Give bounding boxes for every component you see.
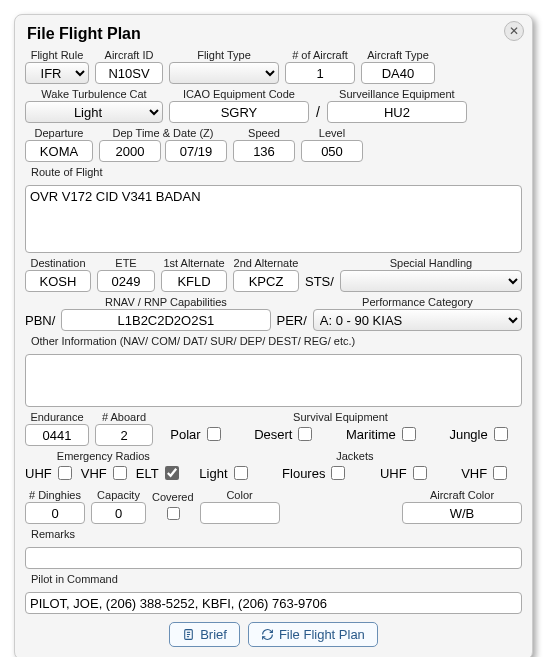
- file-plan-button-label: File Flight Plan: [279, 627, 365, 642]
- brief-button[interactable]: Brief: [169, 622, 240, 647]
- dinghy-color-label: Color: [226, 489, 252, 501]
- radio-elt-label: ELT: [136, 466, 159, 481]
- per-prefix: PER/: [277, 313, 307, 331]
- ete-input[interactable]: [97, 270, 155, 292]
- aboard-label: # Aboard: [102, 411, 146, 423]
- remarks-label: Remarks: [31, 528, 75, 540]
- document-icon: [182, 628, 195, 641]
- emerg-radios-label: Emergency Radios: [57, 450, 150, 462]
- departure-label: Departure: [35, 127, 84, 139]
- pic-label: Pilot in Command: [31, 573, 118, 585]
- level-label: Level: [319, 127, 345, 139]
- icao-equip-label: ICAO Equipment Code: [183, 88, 295, 100]
- num-aircraft-label: # of Aircraft: [292, 49, 348, 61]
- refresh-icon: [261, 628, 274, 641]
- route-input[interactable]: [25, 185, 522, 253]
- radio-uhf-label: UHF: [25, 466, 52, 481]
- maritime-label: Maritime: [346, 427, 396, 442]
- jacket-floures-checkbox[interactable]: [331, 466, 345, 480]
- ac-color-label: Aircraft Color: [430, 489, 494, 501]
- perf-cat-select[interactable]: A: 0 - 90 KIAS: [313, 309, 522, 331]
- radio-uhf-checkbox[interactable]: [58, 466, 72, 480]
- aircraft-type-label: Aircraft Type: [367, 49, 429, 61]
- num-aircraft-input[interactable]: [285, 62, 355, 84]
- dinghies-label: # Dinghies: [29, 489, 81, 501]
- jacket-light-checkbox[interactable]: [234, 466, 248, 480]
- alt2-label: 2nd Alternate: [234, 257, 299, 269]
- dep-date-input[interactable]: [165, 140, 227, 162]
- level-input[interactable]: [301, 140, 363, 162]
- surv-equip-label: Surveillance Equipment: [339, 88, 455, 100]
- flight-rule-label: Flight Rule: [31, 49, 84, 61]
- jungle-label: Jungle: [449, 427, 487, 442]
- speed-input[interactable]: [233, 140, 295, 162]
- alt2-input[interactable]: [233, 270, 299, 292]
- dialog-title: File Flight Plan: [27, 25, 522, 43]
- alt1-input[interactable]: [161, 270, 227, 292]
- brief-button-label: Brief: [200, 627, 227, 642]
- dinghies-input[interactable]: [25, 502, 85, 524]
- remarks-input[interactable]: [25, 547, 522, 569]
- file-flight-plan-dialog: ✕ File Flight Plan Flight Rule IFR Aircr…: [14, 14, 533, 657]
- destination-input[interactable]: [25, 270, 91, 292]
- other-info-label: Other Information (NAV/ COM/ DAT/ SUR/ D…: [31, 335, 355, 347]
- aboard-input[interactable]: [95, 424, 153, 446]
- dep-time-input[interactable]: [99, 140, 161, 162]
- jacket-floures-label: Floures: [282, 466, 325, 481]
- destination-label: Destination: [30, 257, 85, 269]
- icao-equip-input[interactable]: [169, 101, 309, 123]
- jacket-vhf-checkbox[interactable]: [493, 466, 507, 480]
- pic-input[interactable]: [25, 592, 522, 614]
- radio-elt-checkbox[interactable]: [165, 466, 179, 480]
- desert-checkbox[interactable]: [298, 427, 312, 441]
- route-label: Route of Flight: [31, 166, 103, 178]
- aircraft-id-input[interactable]: [95, 62, 163, 84]
- capacity-input[interactable]: [91, 502, 146, 524]
- special-select[interactable]: [340, 270, 522, 292]
- dep-time-label: Dep Time & Date (Z): [113, 127, 214, 139]
- ete-label: ETE: [115, 257, 136, 269]
- perf-cat-label: Performance Category: [362, 296, 473, 308]
- desert-label: Desert: [254, 427, 292, 442]
- covered-checkbox[interactable]: [167, 507, 180, 520]
- aircraft-type-input[interactable]: [361, 62, 435, 84]
- aircraft-id-label: Aircraft ID: [105, 49, 154, 61]
- alt1-label: 1st Alternate: [163, 257, 224, 269]
- endurance-label: Endurance: [30, 411, 83, 423]
- close-icon: ✕: [509, 25, 519, 37]
- surv-equip-input[interactable]: [327, 101, 467, 123]
- capacity-label: Capacity: [97, 489, 140, 501]
- rnav-label: RNAV / RNP Capabilities: [105, 296, 227, 308]
- rnav-input[interactable]: [61, 309, 270, 331]
- flight-type-select[interactable]: [169, 62, 279, 84]
- survival-label: Survival Equipment: [293, 411, 388, 423]
- radio-vhf-checkbox[interactable]: [113, 466, 127, 480]
- polar-checkbox[interactable]: [207, 427, 221, 441]
- jacket-vhf-label: VHF: [461, 466, 487, 481]
- polar-label: Polar: [170, 427, 200, 442]
- speed-label: Speed: [248, 127, 280, 139]
- jacket-uhf-checkbox[interactable]: [413, 466, 427, 480]
- jackets-label: Jackets: [336, 450, 373, 462]
- other-info-input[interactable]: [25, 354, 522, 407]
- special-label: Special Handling: [390, 257, 473, 269]
- flight-rule-select[interactable]: IFR: [25, 62, 89, 84]
- dinghy-color-input[interactable]: [200, 502, 280, 524]
- jacket-uhf-label: UHF: [380, 466, 407, 481]
- departure-input[interactable]: [25, 140, 93, 162]
- endurance-input[interactable]: [25, 424, 89, 446]
- wake-cat-select[interactable]: Light: [25, 101, 163, 123]
- wake-cat-label: Wake Turbulence Cat: [41, 88, 146, 100]
- jungle-checkbox[interactable]: [494, 427, 508, 441]
- maritime-checkbox[interactable]: [402, 427, 416, 441]
- jacket-light-label: Light: [199, 466, 227, 481]
- covered-label: Covered: [152, 491, 194, 503]
- flight-type-label: Flight Type: [197, 49, 251, 61]
- file-plan-button[interactable]: File Flight Plan: [248, 622, 378, 647]
- pbn-prefix: PBN/: [25, 313, 55, 331]
- radio-vhf-label: VHF: [81, 466, 107, 481]
- ac-color-input[interactable]: [402, 502, 522, 524]
- sts-prefix: STS/: [305, 274, 334, 292]
- slash-separator: /: [315, 104, 321, 123]
- close-button[interactable]: ✕: [504, 21, 524, 41]
